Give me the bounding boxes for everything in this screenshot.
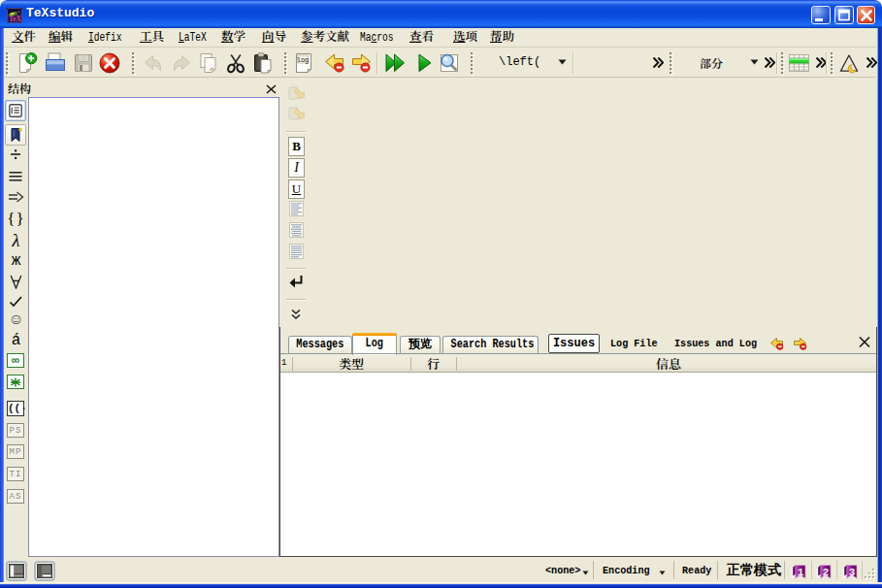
- svg-text:1: 1: [798, 567, 804, 578]
- svg-text:log: log: [297, 56, 310, 64]
- svg-text:TeX: TeX: [9, 15, 22, 23]
- svg-text:3: 3: [849, 567, 856, 578]
- svg-text:2: 2: [823, 567, 830, 578]
